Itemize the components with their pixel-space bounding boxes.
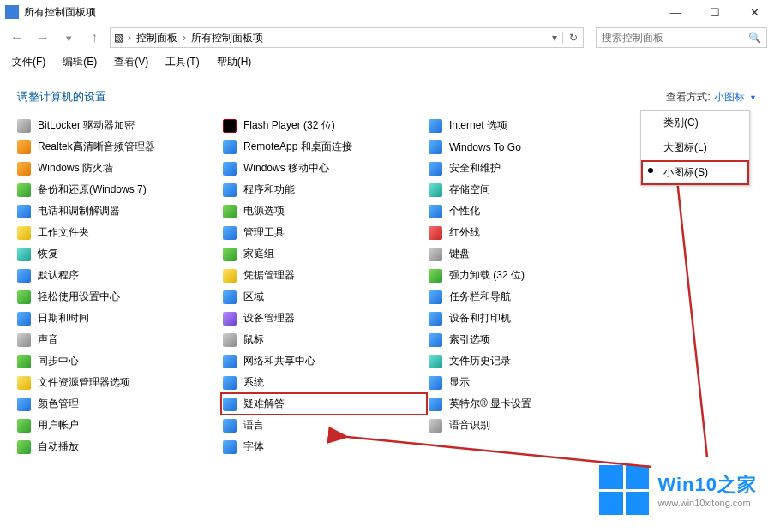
control-panel-item[interactable]: 红外线 xyxy=(427,222,633,243)
control-panel-item[interactable]: 电话和调制解调器 xyxy=(15,200,221,222)
search-box[interactable]: 🔍 xyxy=(596,27,767,48)
search-input[interactable] xyxy=(602,32,748,44)
control-panel-item[interactable]: Windows 移动中心 xyxy=(221,158,427,179)
control-panel-item[interactable]: 个性化 xyxy=(427,200,633,222)
control-panel-item[interactable]: 电源选项 xyxy=(221,200,427,222)
control-panel-item[interactable]: 轻松使用设置中心 xyxy=(15,286,221,308)
item-label: 英特尔® 显卡设置 xyxy=(449,397,531,411)
control-panel-item[interactable]: 颜色管理 xyxy=(15,393,221,415)
control-panel-item[interactable]: RemoteApp 和桌面连接 xyxy=(221,136,427,158)
control-panel-item[interactable]: 任务栏和导航 xyxy=(427,286,633,308)
close-button[interactable]: ✕ xyxy=(735,0,774,24)
item-icon xyxy=(429,355,442,368)
chevron-right-icon[interactable]: › xyxy=(126,32,133,44)
dropdown-item[interactable]: 小图标(S) xyxy=(641,160,749,185)
menu-item[interactable]: 帮助(H) xyxy=(210,53,259,71)
control-panel-item[interactable]: 日期和时间 xyxy=(15,308,221,329)
item-label: 工作文件夹 xyxy=(38,225,89,240)
item-icon xyxy=(429,183,442,197)
control-panel-item[interactable]: 设备管理器 xyxy=(221,308,427,329)
item-label: 恢复 xyxy=(38,247,58,261)
control-panel-item[interactable]: 鼠标 xyxy=(221,329,427,350)
chevron-right-icon[interactable]: › xyxy=(181,32,188,44)
item-icon xyxy=(17,119,31,133)
address-icon: ▧ xyxy=(111,32,126,44)
control-panel-item[interactable]: 文件历史记录 xyxy=(427,350,633,372)
forward-button[interactable]: → xyxy=(33,27,53,48)
crumb-all-items[interactable]: 所有控制面板项 xyxy=(188,31,267,45)
viewby-dropdown: 类别(C)大图标(L)小图标(S) xyxy=(640,110,750,186)
control-panel-item[interactable]: 字体 xyxy=(221,436,427,457)
control-panel-item[interactable]: 家庭组 xyxy=(221,243,427,265)
control-panel-item[interactable]: 凭据管理器 xyxy=(221,265,427,286)
control-panel-item[interactable]: 疑难解答 xyxy=(221,393,427,415)
menu-item[interactable]: 编辑(E) xyxy=(56,53,104,71)
item-icon xyxy=(429,205,442,218)
control-panel-item[interactable]: 英特尔® 显卡设置 xyxy=(427,393,633,415)
crumb-control-panel[interactable]: 控制面板 xyxy=(133,31,181,45)
address-dropdown[interactable]: ▾ xyxy=(547,32,562,44)
item-icon xyxy=(223,248,237,261)
control-panel-item[interactable]: 区域 xyxy=(221,286,427,308)
item-icon xyxy=(429,226,442,240)
item-label: 默认程序 xyxy=(38,268,79,283)
control-panel-item[interactable]: 文件资源管理器选项 xyxy=(15,372,221,393)
control-panel-item[interactable]: Internet 选项 xyxy=(427,115,633,136)
control-panel-item[interactable]: BitLocker 驱动器加密 xyxy=(15,115,221,136)
control-panel-item[interactable]: 语言 xyxy=(221,415,427,436)
control-panel-item[interactable]: 设备和打印机 xyxy=(427,308,633,329)
control-panel-item[interactable]: 显示 xyxy=(427,372,633,393)
item-label: 文件历史记录 xyxy=(449,354,511,368)
recent-dropdown[interactable]: ▾ xyxy=(58,27,79,48)
control-panel-item[interactable]: 恢复 xyxy=(15,243,221,265)
control-panel-item[interactable]: 系统 xyxy=(221,372,427,393)
control-panel-item[interactable]: 强力卸载 (32 位) xyxy=(427,265,633,286)
control-panel-item[interactable]: Realtek高清晰音频管理器 xyxy=(15,136,221,158)
control-panel-item[interactable]: 语音识别 xyxy=(427,415,633,436)
item-icon xyxy=(429,312,442,326)
maximize-button[interactable]: ☐ xyxy=(695,0,735,24)
viewby-selector[interactable]: 小图标 ▼ xyxy=(714,90,757,105)
control-panel-item[interactable]: 键盘 xyxy=(427,243,633,265)
item-label: 安全和维护 xyxy=(449,161,501,176)
item-label: 管理工具 xyxy=(243,225,285,240)
menu-item[interactable]: 文件(F) xyxy=(5,53,52,71)
control-panel-item[interactable]: 声音 xyxy=(15,329,221,350)
item-icon xyxy=(429,376,442,390)
control-panel-item[interactable]: Windows 防火墙 xyxy=(15,158,221,179)
item-icon xyxy=(429,290,442,304)
control-panel-item[interactable]: 自动播放 xyxy=(15,436,221,457)
menu-item[interactable]: 查看(V) xyxy=(107,53,155,71)
control-panel-item[interactable]: 网络和共享中心 xyxy=(221,350,427,372)
item-label: Windows 移动中心 xyxy=(243,161,329,176)
control-panel-item[interactable]: Flash Player (32 位) xyxy=(221,115,427,136)
control-panel-item[interactable]: 用户帐户 xyxy=(15,415,221,436)
refresh-button[interactable]: ↻ xyxy=(562,32,583,44)
control-panel-item[interactable]: 管理工具 xyxy=(221,222,427,243)
control-panel-item[interactable]: 安全和维护 xyxy=(427,158,633,179)
item-icon xyxy=(429,119,442,133)
item-label: 强力卸载 (32 位) xyxy=(449,268,525,283)
control-panel-item[interactable]: 同步中心 xyxy=(15,350,221,372)
control-panel-item[interactable]: 存储空间 xyxy=(427,179,633,200)
control-panel-item[interactable]: 备份和还原(Windows 7) xyxy=(15,179,221,200)
dropdown-item[interactable]: 类别(C) xyxy=(641,111,749,135)
menu-item[interactable]: 工具(T) xyxy=(159,53,206,71)
item-label: 个性化 xyxy=(449,204,480,218)
back-button[interactable]: ← xyxy=(7,27,27,48)
up-button[interactable]: ↑ xyxy=(84,27,105,48)
address-bar[interactable]: ▧ › 控制面板 › 所有控制面板项 ▾ ↻ xyxy=(110,27,584,48)
item-icon xyxy=(223,333,237,347)
item-label: Windows To Go xyxy=(449,141,521,153)
dropdown-item[interactable]: 大图标(L) xyxy=(641,135,749,160)
control-panel-item[interactable]: Windows To Go xyxy=(427,136,633,158)
control-panel-item[interactable]: 默认程序 xyxy=(15,265,221,286)
minimize-button[interactable]: — xyxy=(656,0,695,24)
control-panel-item[interactable]: 程序和功能 xyxy=(221,179,427,200)
control-panel-item[interactable]: 索引选项 xyxy=(427,329,633,350)
control-panel-item[interactable]: 工作文件夹 xyxy=(15,222,221,243)
item-icon xyxy=(223,183,237,197)
chevron-down-icon: ▼ xyxy=(749,93,757,102)
item-label: 索引选项 xyxy=(449,332,490,347)
dropdown-item-label: 大图标(L) xyxy=(663,141,707,153)
